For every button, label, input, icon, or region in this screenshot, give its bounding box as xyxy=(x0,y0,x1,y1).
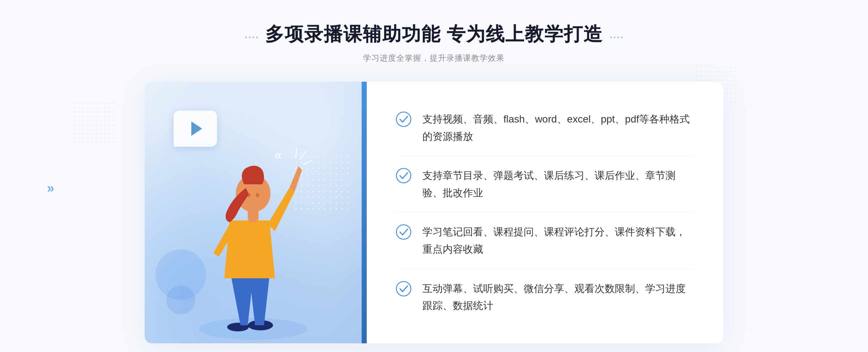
features-panel: 支持视频、音频、flash、word、excel、ppt、pdf等各种格式的资源… xyxy=(367,82,723,343)
feature-text-1: 支持视频、音频、flash、word、excel、ppt、pdf等各种格式的资源… xyxy=(422,111,694,145)
svg-point-13 xyxy=(396,282,411,296)
page-container: » 多项录播课辅助功能 专为线上教学打造 学习进度全掌握，提升录播课教学效果 « xyxy=(0,0,868,352)
check-icon-3 xyxy=(396,224,412,240)
person-illustration xyxy=(184,141,322,343)
accent-divider-bar xyxy=(362,82,367,343)
illustration-panel: « xyxy=(145,82,362,343)
svg-line-8 xyxy=(304,161,311,164)
decorator-dots-left xyxy=(245,37,258,38)
check-icon-1 xyxy=(396,111,412,127)
chevron-left-decoration: » xyxy=(47,181,54,196)
play-triangle-icon xyxy=(191,121,202,136)
header-section: 多项录播课辅助功能 专为线上教学打造 学习进度全掌握，提升录播课教学效果 xyxy=(245,22,623,64)
feature-item-4: 互动弹幕、试听购买、微信分享、观看次数限制、学习进度跟踪、数据统计 xyxy=(396,269,694,325)
svg-point-12 xyxy=(396,225,411,239)
svg-point-11 xyxy=(396,168,411,183)
feature-text-3: 学习笔记回看、课程提问、课程评论打分、课件资料下载，重点内容收藏 xyxy=(422,223,694,258)
check-icon-2 xyxy=(396,168,412,184)
feature-text-2: 支持章节目录、弹题考试、课后练习、课后作业、章节测验、批改作业 xyxy=(422,167,694,201)
svg-line-7 xyxy=(300,152,306,159)
main-title: 多项录播课辅助功能 专为线上教学打造 xyxy=(265,22,603,47)
dot-pattern-left xyxy=(72,101,116,145)
svg-point-6 xyxy=(256,193,259,197)
svg-point-5 xyxy=(247,193,251,197)
feature-item-2: 支持章节目录、弹题考试、课后练习、课后作业、章节测验、批改作业 xyxy=(396,156,694,213)
sub-title: 学习进度全掌握，提升录播课教学效果 xyxy=(245,53,623,64)
feature-item-1: 支持视频、音频、flash、word、excel、ppt、pdf等各种格式的资源… xyxy=(396,100,694,156)
svg-point-10 xyxy=(396,112,411,126)
feature-text-4: 互动弹幕、试听购买、微信分享、观看次数限制、学习进度跟踪、数据统计 xyxy=(422,280,694,314)
svg-line-9 xyxy=(296,148,297,157)
decorator-dots-right xyxy=(610,37,623,38)
check-icon-4 xyxy=(396,281,412,297)
header-decorators: 多项录播课辅助功能 专为线上教学打造 xyxy=(245,22,623,53)
card-wrapper: « xyxy=(145,82,723,343)
feature-item-3: 学习笔记回看、课程提问、课程评论打分、课件资料下载，重点内容收藏 xyxy=(396,213,694,269)
